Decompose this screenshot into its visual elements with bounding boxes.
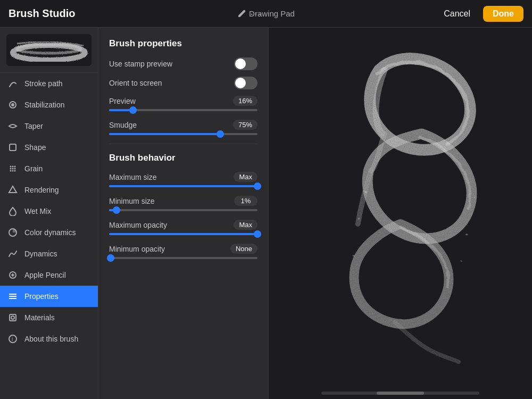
sidebar-label-rendering: Rendering <box>24 186 59 194</box>
svg-point-12 <box>12 170 14 172</box>
svg-point-13 <box>14 170 16 172</box>
stamp-preview-knob <box>235 59 246 69</box>
sidebar-item-stabilization[interactable]: Stabilization <box>0 94 98 115</box>
svg-point-9 <box>12 168 14 170</box>
top-bar: Brush Studio ··· Drawing Pad Cancel Done <box>0 0 532 28</box>
svg-rect-4 <box>10 144 16 151</box>
orient-screen-label: Orient to screen <box>109 79 162 87</box>
drawing-pad-canvas <box>269 28 532 399</box>
orient-screen-knob <box>235 78 246 88</box>
sidebar-label-stabilization: Stabilization <box>24 101 65 109</box>
sidebar-label-stroke-path: Stroke path <box>24 79 63 88</box>
max-size-slider-row: Maximum size Max <box>109 172 257 187</box>
sidebar-item-shape[interactable]: Shape <box>0 137 98 158</box>
about-icon: i <box>7 334 18 344</box>
sidebar-label-properties: Properties <box>24 292 59 301</box>
sidebar-item-rendering[interactable]: Rendering <box>0 179 98 201</box>
smudge-slider-label: Smudge <box>109 121 137 129</box>
shape-icon <box>7 142 18 153</box>
min-size-slider-row: Minimum size 1% <box>109 196 257 211</box>
top-bar-left: Brush Studio <box>9 7 76 20</box>
stabilization-icon <box>7 99 18 110</box>
max-size-slider-thumb <box>254 182 261 190</box>
max-opacity-slider-fill <box>109 233 257 235</box>
sidebar-item-grain[interactable]: Grain <box>0 158 98 179</box>
sidebar-item-properties[interactable]: Properties <box>0 286 98 307</box>
top-bar-right: Cancel Done <box>437 6 523 22</box>
svg-point-7 <box>14 166 16 168</box>
min-opacity-slider-track[interactable] <box>109 257 257 259</box>
svg-point-28 <box>353 255 355 256</box>
smudge-slider-thumb <box>217 130 224 138</box>
sidebar-label-shape: Shape <box>24 143 46 152</box>
sidebar-label-about: About this brush <box>24 335 78 343</box>
sidebar-label-taper: Taper <box>24 122 43 130</box>
section-divider <box>109 144 257 144</box>
brush-preview-area <box>0 28 98 73</box>
sidebar-item-dynamics[interactable]: Dynamics <box>0 243 98 264</box>
sidebar-label-grain: Grain <box>24 164 43 173</box>
done-button[interactable]: Done <box>483 6 523 22</box>
max-size-slider-track[interactable] <box>109 185 257 187</box>
svg-point-26 <box>465 234 468 236</box>
grain-icon <box>7 163 18 174</box>
sidebar-item-stroke-path[interactable]: Stroke path <box>0 73 98 94</box>
max-opacity-slider-track[interactable] <box>109 233 257 235</box>
materials-icon <box>7 312 18 323</box>
brush-properties-title: Brush properties <box>109 38 257 49</box>
orient-screen-row: Orient to screen <box>109 77 257 89</box>
sidebar-item-about[interactable]: i About this brush <box>0 328 98 350</box>
min-size-slider-label: Minimum size <box>109 197 155 205</box>
sidebar-label-dynamics: Dynamics <box>24 250 57 258</box>
smudge-slider-header: Smudge 75% <box>109 120 257 130</box>
sidebar-item-color-dynamics[interactable]: Color dynamics <box>0 222 98 243</box>
svg-marker-14 <box>9 186 16 193</box>
stamp-preview-toggle[interactable] <box>234 57 257 70</box>
min-size-slider-value: 1% <box>234 196 257 206</box>
sidebar-item-taper[interactable]: Taper <box>0 115 98 137</box>
min-size-slider-thumb <box>113 206 120 214</box>
svg-point-21 <box>11 316 14 319</box>
drawing-pad-label-area: Drawing Pad <box>237 9 295 18</box>
apple-pencil-icon <box>7 270 18 280</box>
cancel-button[interactable]: Cancel <box>437 6 477 22</box>
svg-text:i: i <box>12 336 13 342</box>
preview-slider-value: 16% <box>233 96 257 106</box>
sidebar-item-wet-mix[interactable]: Wet Mix <box>0 201 98 222</box>
brush-preview-image <box>6 34 92 66</box>
scroll-track <box>321 392 479 395</box>
sidebar: Stroke path Stabilization Taper <box>0 28 98 399</box>
smudge-slider-track[interactable] <box>109 133 257 135</box>
preview-slider-thumb <box>129 106 137 114</box>
max-opacity-slider-row: Maximum opacity Max <box>109 220 257 235</box>
max-opacity-slider-label: Maximum opacity <box>109 221 167 229</box>
properties-icon <box>7 291 18 302</box>
rendering-icon <box>7 185 18 195</box>
min-opacity-slider-header: Minimum opacity None <box>109 244 257 254</box>
max-size-slider-value: Max <box>234 172 257 182</box>
max-size-slider-header: Maximum size Max <box>109 172 257 182</box>
svg-point-5 <box>10 166 12 168</box>
svg-point-11 <box>10 170 12 172</box>
drawing-pad[interactable] <box>269 28 532 399</box>
sidebar-label-wet-mix: Wet Mix <box>24 207 51 215</box>
smudge-slider-row: Smudge 75% <box>109 120 257 135</box>
min-opacity-slider-value: None <box>230 244 257 254</box>
taper-icon <box>7 121 18 131</box>
preview-slider-track[interactable] <box>109 109 257 111</box>
brush-stroke-svg <box>6 34 92 66</box>
svg-rect-20 <box>10 314 16 321</box>
sidebar-item-materials[interactable]: Materials <box>0 307 98 328</box>
wet-mix-icon <box>7 206 18 217</box>
svg-point-10 <box>14 168 16 170</box>
scroll-thumb[interactable] <box>377 392 424 395</box>
orient-screen-toggle[interactable] <box>234 77 257 89</box>
min-size-slider-track[interactable] <box>109 209 257 211</box>
content-panel: Brush properties Use stamp preview Orien… <box>98 28 269 399</box>
sidebar-item-apple-pencil[interactable]: Apple Pencil <box>0 264 98 286</box>
app-title: Brush Studio <box>9 7 76 20</box>
max-size-slider-label: Maximum size <box>109 173 156 181</box>
drawing-pad-label: Drawing Pad <box>249 9 295 18</box>
preview-slider-label: Preview <box>109 97 136 105</box>
brush-behavior-title: Brush behavior <box>109 153 257 163</box>
